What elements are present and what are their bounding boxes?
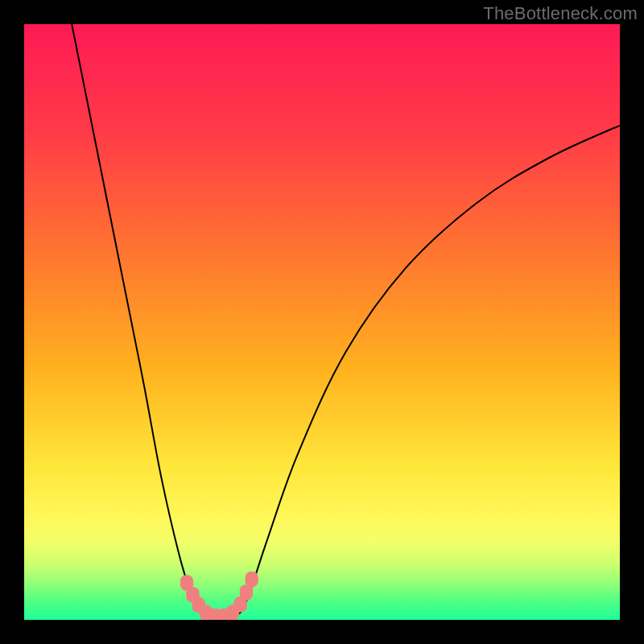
gradient-background [24, 24, 620, 620]
data-marker [246, 572, 258, 588]
watermark-text: TheBottleneck.com [483, 3, 638, 24]
chart-frame [24, 24, 620, 620]
bottleneck-chart [24, 24, 620, 620]
